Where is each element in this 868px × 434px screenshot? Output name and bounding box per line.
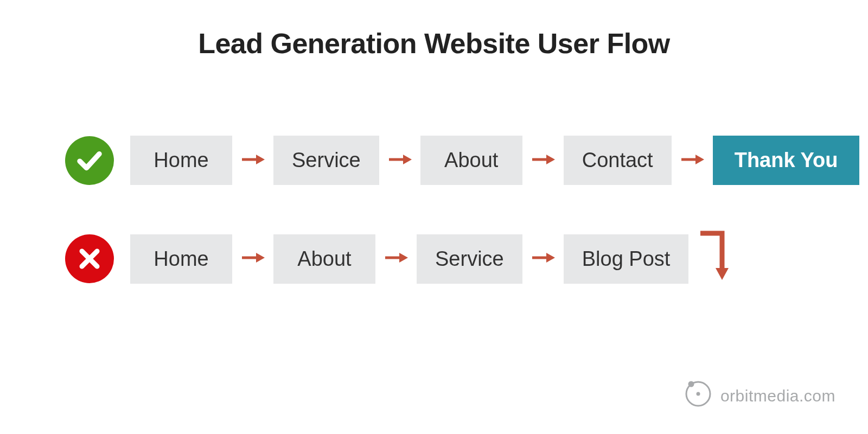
flow-step: About — [420, 136, 522, 185]
flow-step: Service — [417, 234, 522, 284]
cross-icon — [65, 234, 114, 283]
arrow-right-icon — [388, 153, 412, 168]
arrow-right-icon — [241, 153, 265, 168]
arrow-right-icon — [680, 153, 704, 168]
svg-marker-9 — [256, 253, 265, 263]
svg-point-17 — [688, 381, 694, 387]
footer-brand-text: orbitmedia.com — [720, 387, 835, 405]
svg-marker-5 — [546, 155, 555, 164]
svg-marker-1 — [256, 155, 265, 164]
arrow-exit-down-icon — [699, 228, 737, 290]
arrow-right-icon — [531, 251, 555, 266]
flow-row-good: Home Service About Contact Thank You — [65, 136, 859, 185]
flow-step: Contact — [564, 136, 672, 185]
arrow-right-icon — [241, 251, 265, 266]
diagram-canvas: Lead Generation Website User Flow Home S… — [0, 0, 868, 434]
flow-step: Blog Post — [564, 234, 689, 284]
orbit-logo-icon — [684, 379, 713, 412]
flow-step: About — [273, 234, 375, 284]
svg-marker-14 — [716, 268, 729, 280]
flow-step: Home — [130, 136, 232, 185]
svg-marker-3 — [403, 155, 412, 164]
arrow-right-icon — [384, 251, 408, 266]
flow-step-final: Thank You — [713, 136, 860, 185]
svg-marker-7 — [695, 155, 704, 164]
flow-step: Home — [130, 234, 232, 284]
arrow-right-icon — [531, 153, 555, 168]
svg-point-16 — [696, 392, 700, 396]
flow-step: Service — [273, 136, 379, 185]
svg-marker-13 — [546, 253, 555, 263]
diagram-title: Lead Generation Website User Flow — [0, 27, 868, 60]
footer-brand: orbitmedia.com — [684, 379, 835, 412]
check-icon — [65, 136, 114, 185]
flow-row-bad: Home About Service Blog Post — [65, 228, 737, 290]
svg-marker-11 — [399, 253, 408, 263]
